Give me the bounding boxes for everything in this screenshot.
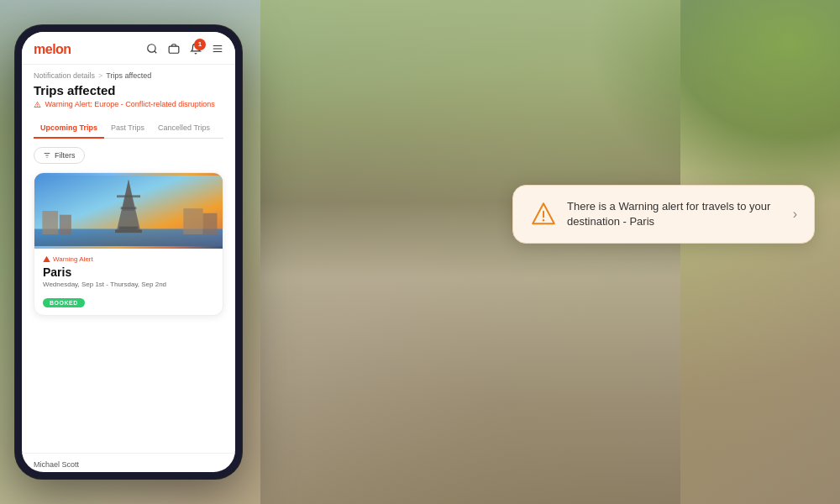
trip-dates: Wednesday, Sep 1st - Thursday, Sep 2nd — [43, 281, 214, 288]
phone-mockup: melon — [15, 25, 242, 479]
page-title: Trips affected — [34, 83, 223, 97]
tab-past-trips[interactable]: Past Trips — [104, 118, 151, 139]
search-icon[interactable] — [146, 43, 158, 57]
trip-card[interactable]: Warning Alert Paris Wednesday, Sep 1st -… — [34, 172, 223, 316]
person-figure — [260, 0, 680, 504]
svg-point-22 — [543, 219, 544, 221]
briefcase-icon[interactable] — [168, 43, 180, 57]
breadcrumb-separator: > — [98, 71, 102, 80]
traveler-name: Michael Scott — [34, 460, 79, 469]
svg-rect-1 — [169, 46, 179, 53]
alert-notification-text: There is a Warning alert for travels to … — [567, 199, 783, 229]
tabs-container: Upcoming Trips Past Trips Cancelled Trip… — [34, 118, 223, 139]
trip-card-image — [34, 173, 223, 249]
svg-rect-10 — [42, 211, 58, 234]
app-logo: melon — [34, 42, 71, 57]
filters-label: Filters — [55, 151, 76, 160]
alert-triangle-icon — [530, 201, 557, 228]
breadcrumb: Notification details > Trips affected — [22, 65, 235, 83]
menu-icon[interactable] — [212, 43, 223, 57]
nav-icons: 1 — [146, 43, 223, 57]
svg-rect-11 — [60, 214, 71, 234]
phone-nav: melon — [22, 32, 235, 65]
svg-rect-12 — [183, 208, 202, 234]
svg-rect-19 — [121, 207, 137, 209]
svg-rect-17 — [115, 229, 142, 233]
trip-city: Paris — [43, 265, 214, 279]
phone-content: Trips affected Warning Alert: Europe - C… — [22, 83, 235, 453]
svg-rect-13 — [203, 213, 218, 234]
svg-point-0 — [148, 44, 155, 51]
filter-row: Filters — [34, 147, 223, 164]
trip-warning-badge: Warning Alert — [43, 255, 214, 263]
traveler-row: Michael Scott — [22, 453, 235, 472]
trip-info: Warning Alert Paris Wednesday, Sep 1st -… — [34, 249, 223, 315]
tab-cancelled-trips[interactable]: Cancelled Trips — [151, 118, 217, 139]
alert-chevron-icon: › — [793, 207, 797, 222]
notification-badge: 1 — [194, 39, 206, 50]
tab-upcoming-trips[interactable]: Upcoming Trips — [34, 118, 104, 139]
bell-icon[interactable]: 1 — [190, 43, 202, 57]
alert-notification-card[interactable]: There is a Warning alert for travels to … — [512, 185, 815, 244]
svg-rect-18 — [117, 195, 140, 197]
filters-button[interactable]: Filters — [34, 147, 85, 164]
svg-rect-16 — [119, 226, 138, 229]
warning-alert-text: Warning Alert: Europe - Conflict-related… — [34, 100, 223, 110]
breadcrumb-parent[interactable]: Notification details — [34, 71, 95, 80]
breadcrumb-current: Trips affected — [106, 71, 151, 80]
booked-badge: BOOKED — [43, 298, 85, 307]
